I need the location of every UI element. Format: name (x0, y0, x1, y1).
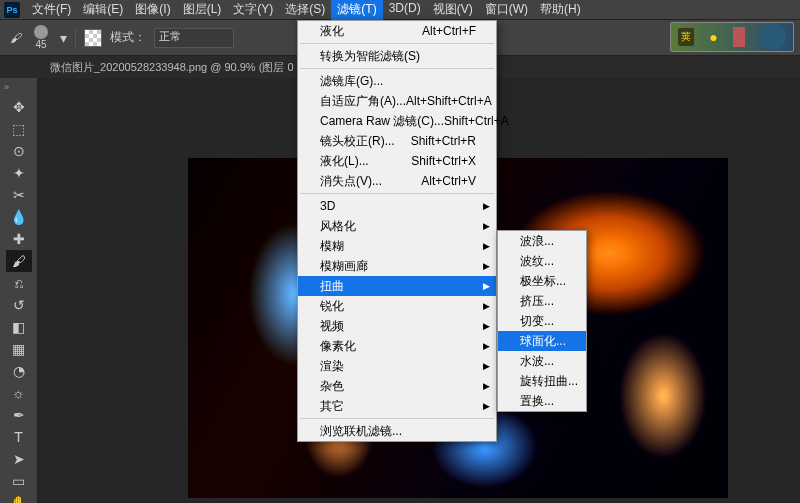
type-tool[interactable]: T (6, 426, 32, 448)
menu-item[interactable]: 滤镜库(G)... (298, 71, 496, 91)
clone-tool[interactable]: ⎌ (6, 272, 32, 294)
menu-item[interactable]: 帮助(H) (534, 0, 587, 20)
lasso-tool[interactable]: ⊙ (6, 140, 32, 162)
brush-tool-indicator: 🖌 (10, 31, 22, 45)
blur-tool[interactable]: ◔ (6, 360, 32, 382)
menu-item[interactable]: 液化(L)...Shift+Ctrl+X (298, 151, 496, 171)
filter-menu-dropdown: 液化Alt+Ctrl+F 转换为智能滤镜(S) 滤镜库(G)...自适应广角(A… (297, 20, 497, 442)
history-brush-tool[interactable]: ↺ (6, 294, 32, 316)
move-tool[interactable]: ✥ (6, 96, 32, 118)
chevron-down-icon[interactable]: ▾ (60, 30, 67, 46)
brush-size-value: 45 (35, 39, 46, 50)
toolbox-expand-icon[interactable]: » (4, 82, 9, 92)
banner-graphic (733, 27, 745, 47)
submenu-item[interactable]: 球面化... (498, 331, 586, 351)
rectangle-tool[interactable]: ▭ (6, 470, 32, 492)
menu-item[interactable]: 视图(V) (427, 0, 479, 20)
menu-item[interactable]: 自适应广角(A)...Alt+Shift+Ctrl+A (298, 91, 496, 111)
menu-item-last-filter[interactable]: 液化Alt+Ctrl+F (298, 21, 496, 41)
menu-item[interactable]: 文字(Y) (227, 0, 279, 20)
submenu-item[interactable]: 极坐标... (498, 271, 586, 291)
blend-mode-select[interactable]: 正常 (154, 28, 234, 48)
menu-item-submenu[interactable]: 杂色▶ (298, 376, 496, 396)
menu-item-submenu[interactable]: 锐化▶ (298, 296, 496, 316)
menu-item-submenu[interactable]: 视频▶ (298, 316, 496, 336)
magic-wand-tool[interactable]: ✦ (6, 162, 32, 184)
pen-tool[interactable]: ✒ (6, 404, 32, 426)
menu-item-submenu[interactable]: 模糊画廊▶ (298, 256, 496, 276)
app-icon: Ps (4, 2, 20, 18)
path-select-tool[interactable]: ➤ (6, 448, 32, 470)
menu-item-submenu[interactable]: 渲染▶ (298, 356, 496, 376)
menu-item[interactable]: 选择(S) (279, 0, 331, 20)
hand-tool[interactable]: ✋ (6, 492, 32, 503)
distort-submenu: 波浪...波纹...极坐标...挤压...切变...球面化...水波...旋转扭… (497, 230, 587, 412)
menubar: Ps 文件(F)编辑(E)图像(I)图层(L)文字(Y)选择(S)滤镜(T)3D… (0, 0, 800, 20)
menu-item-browse-online[interactable]: 浏览联机滤镜... (298, 421, 496, 441)
menu-item-submenu[interactable]: 其它▶ (298, 396, 496, 416)
eraser-tool[interactable]: ◧ (6, 316, 32, 338)
menu-item[interactable]: 图层(L) (177, 0, 228, 20)
spot-heal-tool[interactable]: ✚ (6, 228, 32, 250)
menu-item[interactable]: 文件(F) (26, 0, 77, 20)
menu-item-convert-smart[interactable]: 转换为智能滤镜(S) (298, 46, 496, 66)
submenu-item[interactable]: 水波... (498, 351, 586, 371)
submenu-item[interactable]: 置换... (498, 391, 586, 411)
dodge-tool[interactable]: ☼ (6, 382, 32, 404)
submenu-item[interactable]: 切变... (498, 311, 586, 331)
menu-item-submenu[interactable]: 扭曲▶ (298, 276, 496, 296)
menu-item[interactable]: Camera Raw 滤镜(C)...Shift+Ctrl+A (298, 111, 496, 131)
crop-tool[interactable]: ✂ (6, 184, 32, 206)
banner-text: 荚 (678, 28, 694, 46)
rect-marquee-tool[interactable]: ⬚ (6, 118, 32, 140)
submenu-item[interactable]: 旋转扭曲... (498, 371, 586, 391)
menu-item[interactable]: 镜头校正(R)...Shift+Ctrl+R (298, 131, 496, 151)
submenu-item[interactable]: 波浪... (498, 231, 586, 251)
menu-item[interactable]: 图像(I) (129, 0, 176, 20)
menu-item[interactable]: 3D(D) (383, 0, 427, 20)
gradient-tool[interactable]: ▦ (6, 338, 32, 360)
banner-avatar (760, 24, 786, 50)
brush-preview-icon[interactable] (34, 25, 48, 39)
brush-tool[interactable]: 🖌 (6, 250, 32, 272)
menu-item[interactable]: 滤镜(T) (331, 0, 382, 20)
toolbox: » ✥⬚⊙✦✂💧✚🖌⎌↺◧▦◔☼✒T➤▭✋🔍⋯ (0, 78, 38, 503)
menu-item[interactable]: 消失点(V)...Alt+Ctrl+V (298, 171, 496, 191)
menu-item-submenu[interactable]: 风格化▶ (298, 216, 496, 236)
divider (75, 28, 76, 48)
menu-item-submenu[interactable]: 模糊▶ (298, 236, 496, 256)
eyedropper-tool[interactable]: 💧 (6, 206, 32, 228)
submenu-item[interactable]: 波纹... (498, 251, 586, 271)
mode-label: 模式： (110, 29, 146, 46)
menu-item[interactable]: 窗口(W) (479, 0, 534, 20)
menu-item-submenu[interactable]: 3D▶ (298, 196, 496, 216)
menu-item[interactable]: 编辑(E) (77, 0, 129, 20)
promo-banner[interactable]: 荚 ● (670, 22, 794, 52)
submenu-item[interactable]: 挤压... (498, 291, 586, 311)
brush-panel-toggle[interactable] (84, 29, 102, 47)
menu-item-submenu[interactable]: 像素化▶ (298, 336, 496, 356)
